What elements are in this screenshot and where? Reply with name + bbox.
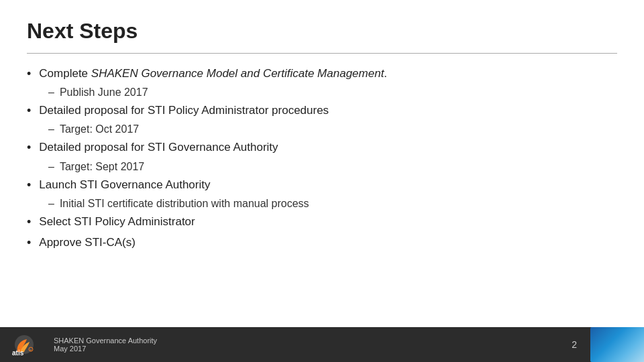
sub-item-text: Target: Oct 2017 [60, 123, 139, 135]
list-item: – Publish June 2017 [48, 86, 617, 99]
bullet-text: Select STI Policy Administrator [39, 214, 195, 230]
atis-logo: atis R [11, 333, 47, 356]
footer-page-number: 2 [572, 339, 577, 350]
bullet-text: Complete SHAKEN Governance Model and Cer… [39, 66, 387, 82]
sub-dash: – [48, 161, 54, 173]
main-content: Next Steps • Complete SHAKEN Governance … [0, 0, 644, 327]
page-title: Next Steps [27, 19, 617, 44]
title-divider [27, 53, 617, 54]
sub-item-text: Initial STI certificate distribution wit… [60, 198, 309, 210]
sub-dash: – [48, 123, 54, 135]
bullet-text: Detailed proposal for STI Governance Aut… [39, 139, 278, 156]
slide: Next Steps • Complete SHAKEN Governance … [0, 0, 644, 362]
sub-dash: – [48, 86, 54, 99]
bullet-dot: • [27, 235, 31, 251]
list-item: – Target: Oct 2017 [48, 123, 617, 135]
footer-text-block: SHAKEN Governance Authority May 2017 [54, 337, 157, 353]
list-item: • Complete SHAKEN Governance Model and C… [27, 66, 617, 82]
footer-org-title: SHAKEN Governance Authority [54, 337, 157, 345]
bullet-dot: • [27, 66, 31, 82]
bullet-list: • Complete SHAKEN Governance Model and C… [27, 66, 617, 251]
sub-item-text: Target: Sept 2017 [60, 161, 144, 173]
svg-text:atis: atis [12, 349, 24, 356]
bullet-text: Launch STI Governance Authority [39, 177, 210, 193]
list-item: • Select STI Policy Administrator [27, 214, 617, 231]
bullet-text: Approve STI-CA(s) [39, 235, 136, 251]
bullet-text: Detailed proposal for STI Policy Adminis… [39, 103, 329, 119]
bullet-dot: • [27, 139, 31, 156]
svg-text:R: R [30, 349, 32, 352]
list-item: • Approve STI-CA(s) [27, 235, 617, 251]
sub-item-text: Publish June 2017 [60, 86, 148, 99]
bullet-dot: • [27, 103, 31, 119]
sub-dash: – [48, 198, 54, 210]
list-item: • Detailed proposal for STI Policy Admin… [27, 103, 617, 119]
footer: atis R SHAKEN Governance Authority May 2… [0, 327, 644, 362]
bullet-dot: • [27, 177, 31, 194]
footer-image-decoration [590, 327, 644, 362]
footer-date: May 2017 [54, 345, 157, 353]
list-item: • Detailed proposal for STI Governance A… [27, 139, 617, 156]
list-item: • Launch STI Governance Authority [27, 177, 617, 194]
bullet-dot: • [27, 214, 31, 231]
list-item: – Target: Sept 2017 [48, 161, 617, 173]
list-item: – Initial STI certificate distribution w… [48, 198, 617, 210]
